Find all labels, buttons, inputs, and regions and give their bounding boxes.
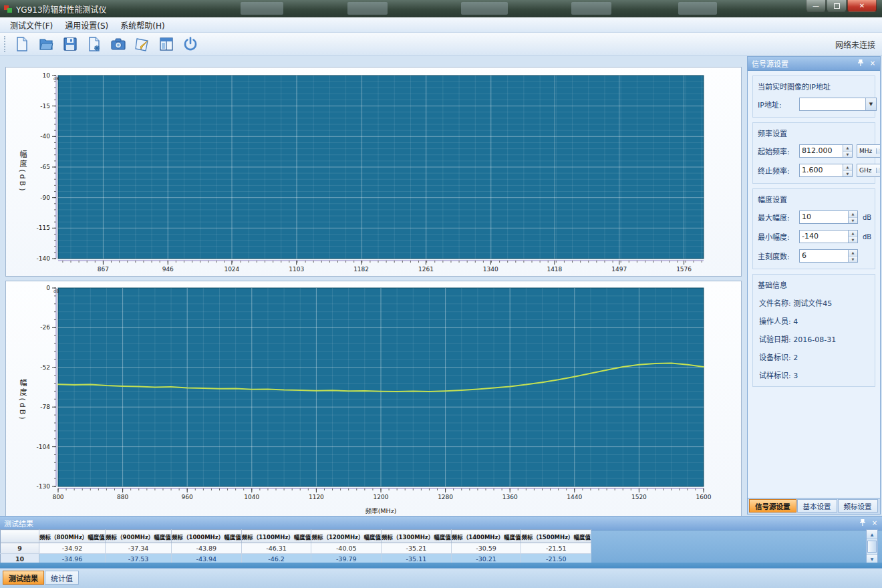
spin-down-icon[interactable]: ▼ (843, 171, 852, 177)
ip-dropdown-arrow-icon[interactable]: ▼ (865, 98, 876, 110)
svg-text:946: 946 (162, 266, 174, 273)
results-vertical-scrollbar[interactable]: ▲ ▼ (866, 529, 878, 564)
camera-icon (110, 36, 126, 52)
menu-test-file[interactable]: 测试文件(F) (4, 18, 59, 32)
column-header: 频标（1100MHz）幅度值 (241, 530, 311, 543)
bottom-tab-strip: 测试结果 统计值 (0, 568, 882, 588)
row-header[interactable]: 9 (1, 543, 39, 554)
save-button[interactable] (59, 35, 81, 53)
window-layout-icon (158, 36, 174, 52)
svg-text:dB: dB (53, 76, 59, 82)
tab-statistics[interactable]: 统计值 (45, 571, 79, 585)
stop-freq-spinner: ▲▼ (843, 164, 852, 176)
spin-up-icon[interactable]: ▲ (849, 211, 857, 218)
svg-text:-104: -104 (37, 444, 51, 450)
svg-text:-15: -15 (40, 103, 50, 110)
menubar: 测试文件(F) 通用设置(S) 系统帮助(H) (0, 17, 882, 33)
major-ticks-input[interactable] (800, 250, 848, 261)
new-file-button[interactable] (11, 35, 33, 53)
tab-marker-settings[interactable]: 频标设置 (838, 499, 878, 512)
tab-basic-settings[interactable]: 基本设置 (797, 499, 837, 512)
close-button[interactable]: ✕ (847, 0, 877, 12)
tab-signal-source-settings[interactable]: 信号源设置 (749, 499, 796, 512)
background-window-fragment (461, 2, 508, 15)
pin-icon[interactable] (858, 518, 867, 527)
spin-down-icon[interactable]: ▼ (849, 257, 857, 263)
cell[interactable]: -40.05 (311, 543, 382, 554)
basic-info-list: 文件名称: 测试文件45操作人员: 4试验日期: 2016-08-31设备标识:… (758, 297, 870, 380)
export-file-button[interactable] (84, 35, 105, 53)
spin-up-icon[interactable]: ▲ (843, 145, 852, 152)
cell[interactable]: -34.92 (39, 543, 106, 554)
cell[interactable]: -35.21 (382, 543, 452, 554)
upper-chart-plot[interactable]: 8679461024110311821261134014181497157610… (6, 67, 741, 276)
svg-text:1120: 1120 (309, 494, 324, 500)
scrollbar-thumb[interactable] (867, 541, 877, 553)
lower-chart-plot[interactable]: 8008809601040112012001280136014401520160… (6, 281, 741, 519)
frequency-section-title: 频率设置 (758, 128, 870, 138)
svg-text:1340: 1340 (483, 266, 498, 273)
power-button[interactable] (180, 35, 201, 53)
close-icon[interactable]: × (868, 58, 877, 67)
cell[interactable]: -21.51 (521, 543, 591, 554)
export-file-icon (86, 36, 102, 52)
spin-down-icon[interactable]: ▼ (843, 152, 852, 158)
start-freq-input[interactable] (800, 145, 843, 156)
start-freq-spinner: ▲▼ (843, 145, 852, 157)
corner-cell (1, 530, 39, 543)
svg-text:dB: dB (53, 289, 59, 294)
column-header: 频标（1200MHz）幅度值 (311, 530, 382, 543)
spin-down-icon[interactable]: ▼ (849, 218, 857, 224)
ip-address-combobox[interactable] (800, 98, 865, 109)
close-icon[interactable]: × (870, 518, 879, 527)
edit-report-button[interactable] (132, 35, 153, 53)
ip-section: 当前实时图像的IP地址 IP地址: ▼ (752, 76, 875, 118)
lower-chart-y-axis-label: 幅度(dB) (17, 379, 27, 421)
background-window-fragment (571, 2, 611, 15)
spin-up-icon[interactable]: ▲ (849, 250, 857, 257)
min-amp-input[interactable] (800, 231, 848, 241)
signal-dock-title: 信号源设置 (752, 58, 788, 69)
scroll-down-icon[interactable]: ▼ (867, 554, 877, 563)
maximize-button[interactable] (827, 0, 847, 12)
stop-freq-input[interactable] (800, 164, 843, 175)
table-row[interactable]: 9-34.92-37.34-43.89-46.31-40.05-35.21-30… (1, 543, 591, 554)
scroll-up-icon[interactable]: ▲ (867, 530, 877, 539)
info-item: 设备标识: 2 (759, 351, 869, 362)
minimize-button[interactable]: — (806, 0, 826, 12)
amplitude-section: 幅度设置 最大幅度: ▲▼ dB 最小幅度: ▲▼ (752, 188, 875, 269)
column-header: 频标（1500MHz）幅度值 (521, 530, 591, 543)
cell[interactable]: -37.34 (106, 543, 172, 554)
svg-text:10: 10 (43, 72, 51, 79)
window-layout-button[interactable] (156, 35, 177, 53)
spin-up-icon[interactable]: ▲ (849, 231, 857, 237)
background-window-fragment (678, 2, 717, 15)
pin-icon[interactable] (856, 58, 865, 67)
titlebar: YG913防辐射性能测试仪 — ✕ (0, 0, 882, 17)
upper-chart-y-axis-label: 幅度(dB) (17, 150, 27, 192)
cell[interactable]: -46.31 (241, 543, 311, 554)
screenshot-button[interactable] (108, 35, 129, 53)
window-controls: — ✕ (805, 0, 877, 12)
info-item: 试验日期: 2016-08-31 (759, 333, 869, 344)
menu-general-settings[interactable]: 通用设置(S) (59, 18, 114, 32)
max-amp-input[interactable] (800, 211, 848, 222)
new-file-icon (14, 36, 30, 52)
open-file-button[interactable] (35, 35, 57, 53)
spin-up-icon[interactable]: ▲ (843, 164, 852, 171)
svg-text:800: 800 (52, 494, 63, 500)
stop-freq-unit-select[interactable]: GHz ▼ (857, 164, 880, 177)
menu-system-help[interactable]: 系统帮助(H) (114, 18, 170, 32)
unit-dropdown-arrow-icon[interactable]: ▼ (876, 168, 880, 173)
cell[interactable]: -43.89 (172, 543, 242, 554)
amplitude-section-title: 幅度设置 (758, 194, 870, 204)
tab-test-results[interactable]: 测试结果 (3, 571, 44, 585)
spin-down-icon[interactable]: ▼ (849, 237, 857, 243)
unit-dropdown-arrow-icon[interactable]: ▼ (876, 148, 880, 154)
svg-text:频率(MHz): 频率(MHz) (365, 507, 397, 514)
svg-text:1103: 1103 (289, 266, 304, 273)
cell[interactable]: -30.59 (451, 543, 521, 554)
signal-dock-header: 信号源设置 × (748, 57, 880, 71)
start-freq-unit-select[interactable]: MHz ▼ (857, 144, 880, 158)
results-body: 频标（800MHz）幅度值频标（900MHz）幅度值频标（1000MHz）幅度值… (0, 529, 882, 568)
